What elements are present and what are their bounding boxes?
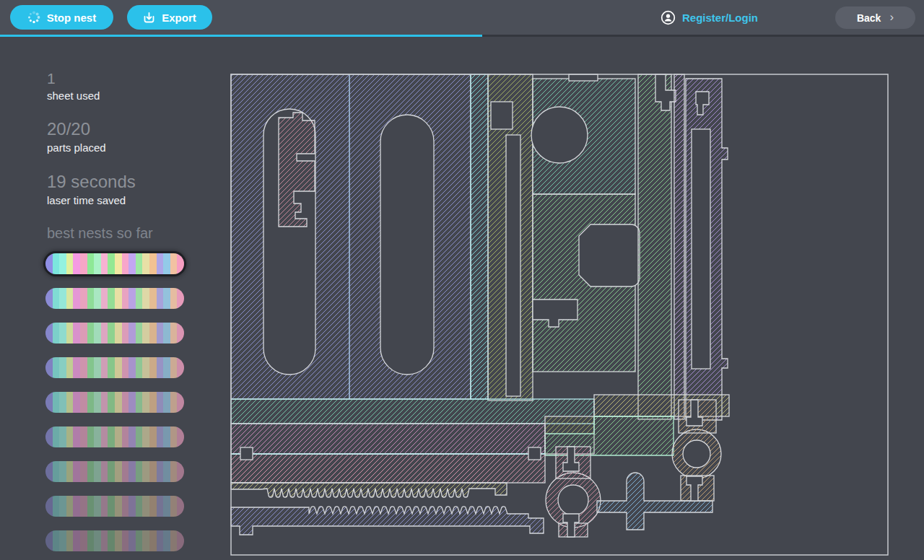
part-green-plate — [533, 194, 640, 372]
stat-laser-time-value: 19 seconds — [47, 172, 136, 191]
part-bearing-left — [546, 447, 601, 537]
register-login-link[interactable]: Register/Login — [682, 12, 758, 24]
top-bar: Stop nest Export Register/Login Back › — [0, 0, 924, 35]
spinner-icon — [27, 11, 40, 24]
stat-laser-time-label: laser time saved — [47, 194, 136, 206]
export-button[interactable]: Export — [127, 5, 212, 30]
nest-result-pill[interactable] — [45, 288, 184, 309]
part-rack-lower — [231, 507, 544, 535]
nest-result-pill[interactable] — [45, 253, 184, 274]
nest-result-pill[interactable] — [45, 530, 184, 551]
nest-result-pill[interactable] — [45, 357, 184, 378]
account-area[interactable]: Register/Login — [661, 0, 758, 35]
nest-progress-fill — [0, 35, 482, 37]
stop-nest-button[interactable]: Stop nest — [10, 5, 113, 30]
nest-result-pill[interactable] — [45, 426, 184, 447]
stat-parts: 20/20 parts placed — [47, 120, 106, 154]
part-violet-strip — [674, 74, 684, 419]
back-button[interactable]: Back › — [835, 6, 915, 29]
stat-laser-time: 19 seconds laser time saved — [47, 172, 136, 206]
best-nests-title: best nests so far — [47, 225, 153, 242]
nest-result-pill[interactable] — [45, 496, 184, 517]
nest-preview-svg — [230, 73, 889, 558]
part-green-column — [638, 74, 671, 419]
stat-sheets: 1 sheet used — [47, 70, 100, 102]
stop-nest-label: Stop nest — [47, 12, 96, 24]
nest-progress-track — [0, 35, 924, 37]
nest-result-pill[interactable] — [45, 392, 184, 413]
stat-sheets-label: sheet used — [47, 89, 100, 102]
chevron-right-icon: › — [889, 11, 894, 23]
part-teal-circle-plate — [531, 74, 635, 194]
part-purple-strip — [686, 79, 728, 420]
nest-list — [45, 253, 184, 560]
download-icon — [143, 12, 155, 24]
person-icon — [661, 10, 676, 25]
part-periwinkle-panel — [231, 74, 471, 399]
back-label: Back — [857, 12, 881, 24]
nest-result-pill[interactable] — [45, 461, 184, 482]
part-cyan-strip — [471, 74, 488, 399]
export-label: Export — [162, 12, 196, 24]
part-rack-upper — [231, 483, 507, 497]
nest-canvas[interactable] — [230, 73, 889, 558]
stat-parts-value: 20/20 — [47, 120, 106, 139]
part-teal-bottom-strip — [231, 399, 594, 424]
stat-parts-label: parts placed — [47, 141, 106, 154]
nest-result-pill[interactable] — [45, 323, 184, 344]
part-bearing-right — [672, 400, 721, 501]
stat-sheets-value: 1 — [47, 70, 100, 87]
part-olive-column — [488, 74, 533, 401]
part-magenta-strip — [231, 424, 545, 454]
